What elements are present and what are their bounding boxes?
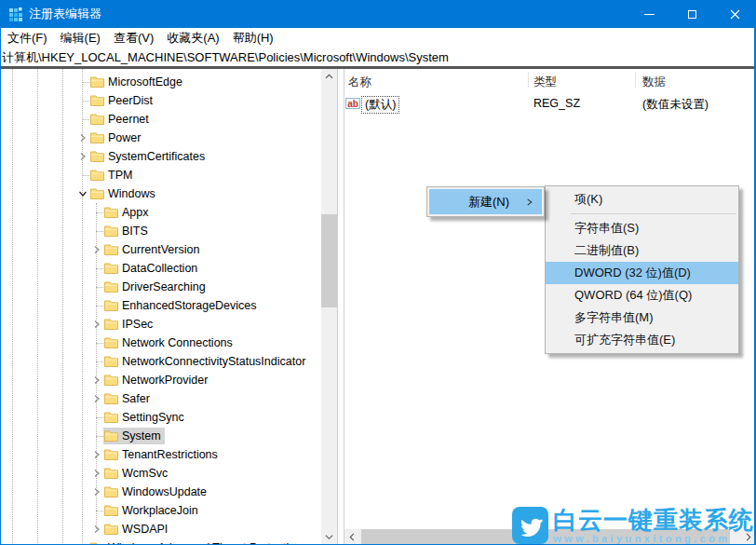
menu-item-key[interactable]: 项(K)	[546, 188, 738, 211]
tree-node[interactable]: Power	[89, 129, 144, 146]
tree-item[interactable]: EnhancedStorageDevices	[0, 296, 321, 315]
tree-connector	[89, 203, 103, 222]
tree-item[interactable]: WindowsUpdate	[0, 483, 321, 501]
tree-item[interactable]: WcmSvc	[0, 464, 321, 483]
tree-node[interactable]: TenantRestrictions	[103, 446, 222, 463]
menu-item-multi-string-value[interactable]: 多字符串值(M)	[546, 307, 738, 329]
tree-connector	[75, 110, 89, 129]
tree-node[interactable]: PeerDist	[89, 92, 156, 109]
tree-item[interactable]: BITS	[0, 222, 321, 240]
menu-item-dword-value[interactable]: DWORD (32 位)值(D)	[546, 262, 738, 284]
tree-item[interactable]: IPSec	[0, 315, 321, 334]
expand-arrow-icon[interactable]	[75, 129, 89, 147]
menu-item-expandable-string-value[interactable]: 可扩充字符串值(E)	[546, 329, 738, 351]
expand-arrow-icon[interactable]	[89, 315, 103, 334]
tree-node[interactable]: Windows	[89, 185, 159, 202]
tree-item[interactable]: CurrentVersion	[0, 240, 321, 259]
tree-item[interactable]: PeerDist	[0, 91, 321, 110]
menu-item-binary-value[interactable]: 二进制值(B)	[546, 239, 738, 262]
tree-node[interactable]: MicrosoftEdge	[89, 74, 186, 90]
tree-item[interactable]: Windows	[0, 184, 321, 203]
tree-item[interactable]: Safer	[0, 389, 321, 408]
column-header-type[interactable]: 类型	[533, 75, 557, 90]
column-divider[interactable]	[528, 72, 529, 88]
tree-item[interactable]: Peernet	[0, 110, 321, 129]
menu-help[interactable]: 帮助(H)	[226, 28, 280, 48]
tree-node[interactable]: Appx	[103, 204, 153, 221]
tree-item[interactable]: WorkplaceJoin	[0, 501, 321, 520]
address-bar[interactable]: 计算机\HKEY_LOCAL_MACHINE\SOFTWARE\Policies…	[0, 48, 756, 66]
tree-node[interactable]: TPM	[89, 167, 136, 184]
menu-item-new[interactable]: 新建(N)	[429, 189, 542, 214]
tree-node[interactable]: WcmSvc	[103, 465, 171, 482]
panel-splitter[interactable]	[337, 69, 344, 545]
tree-item[interactable]: NetworkConnectivityStatusIndicator	[0, 352, 321, 371]
folder-icon	[104, 263, 118, 274]
expand-arrow-icon[interactable]	[89, 520, 103, 538]
expand-arrow-icon[interactable]	[89, 371, 103, 389]
tree-item[interactable]: TPM	[0, 166, 321, 184]
tree-node[interactable]: Network Connections	[103, 334, 236, 351]
tree-node[interactable]: NetworkProvider	[103, 372, 211, 388]
tree-item[interactable]: SystemCertificates	[0, 147, 321, 166]
expand-arrow-icon[interactable]	[89, 389, 103, 408]
scroll-down-button[interactable]	[321, 529, 337, 545]
tree-item[interactable]: MicrosoftEdge	[0, 73, 321, 91]
tree-item[interactable]: DataCollection	[0, 259, 321, 278]
registry-value-row[interactable]: ab (默认) REG_SZ (数值未设置)	[344, 95, 756, 113]
minimize-icon	[644, 14, 655, 15]
menu-edit[interactable]: 编辑(E)	[54, 28, 107, 48]
minimize-button[interactable]	[628, 0, 670, 28]
tree-node[interactable]: EnhancedStorageDevices	[103, 297, 261, 314]
scroll-up-button[interactable]	[321, 69, 337, 85]
tree-item[interactable]: Network Connections	[0, 334, 321, 352]
menu-favorites[interactable]: 收藏夹(A)	[160, 28, 225, 48]
tree-connector	[75, 91, 89, 110]
tree-item[interactable]: SettingSync	[0, 408, 321, 427]
tree-node[interactable]: SettingSync	[103, 409, 188, 426]
maximize-button[interactable]	[670, 0, 713, 28]
scroll-left-button[interactable]	[344, 529, 360, 545]
menu-file[interactable]: 文件(F)	[1, 28, 54, 48]
expand-arrow-icon[interactable]	[75, 147, 89, 166]
tree-node[interactable]: NetworkConnectivityStatusIndicator	[103, 353, 309, 370]
tree-node[interactable]: IPSec	[103, 316, 156, 333]
tree-item[interactable]: System	[0, 427, 321, 445]
menu-view[interactable]: 查看(V)	[107, 28, 160, 48]
tree-vertical-scrollbar[interactable]	[321, 69, 337, 545]
tree-node[interactable]: DataCollection	[103, 260, 201, 277]
tree-node[interactable]: Safer	[103, 390, 154, 407]
tree-item[interactable]: NetworkProvider	[0, 371, 321, 389]
column-header-data[interactable]: 数据	[642, 75, 666, 90]
tree-node[interactable]: WorkplaceJoin	[103, 502, 202, 519]
menu-item-qword-value[interactable]: QWORD (64 位)值(Q)	[546, 284, 738, 307]
tree-node[interactable]: SystemCertificates	[89, 148, 209, 165]
expand-arrow-icon[interactable]	[89, 445, 103, 464]
expand-arrow-icon[interactable]	[89, 464, 103, 483]
tree-node[interactable]: Peernet	[89, 111, 153, 128]
tree-node[interactable]: WindowsUpdate	[103, 484, 210, 500]
tree-item[interactable]: Power	[0, 129, 321, 147]
tree-item[interactable]: WSDAPI	[0, 520, 321, 538]
tree-node[interactable]: Windows Advanced Threat Protection	[89, 539, 305, 545]
tree-node[interactable]: WSDAPI	[103, 521, 171, 538]
tree-node[interactable]: CurrentVersion	[103, 241, 203, 258]
expand-arrow-icon[interactable]	[89, 483, 103, 501]
close-button[interactable]	[713, 0, 756, 28]
tree-item[interactable]: Appx	[0, 203, 321, 222]
tree-node[interactable]: BITS	[103, 223, 152, 239]
tree-item[interactable]: Windows Advanced Threat Protection	[0, 538, 321, 545]
menu-item-string-value[interactable]: 字符串值(S)	[546, 217, 738, 239]
folder-icon	[104, 430, 118, 442]
tree-item[interactable]: DriverSearching	[0, 278, 321, 296]
expand-arrow-icon[interactable]	[89, 240, 103, 259]
vertical-scrollbar-thumb[interactable]	[321, 214, 337, 307]
tree-node[interactable]: System	[103, 428, 165, 444]
string-value-icon: ab	[345, 98, 360, 112]
collapse-arrow-icon[interactable]	[75, 184, 89, 203]
column-divider[interactable]	[635, 72, 636, 88]
tree-item[interactable]: TenantRestrictions	[0, 445, 321, 464]
tree-node[interactable]: DriverSearching	[103, 279, 209, 295]
folder-icon	[90, 114, 104, 125]
column-header-name[interactable]: 名称	[348, 75, 371, 90]
